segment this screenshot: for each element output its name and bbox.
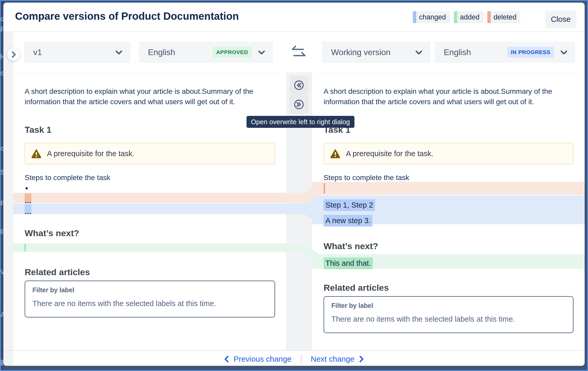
chevron-down-icon [257, 49, 266, 56]
warning-icon [31, 149, 41, 158]
changed-text-2: A new step 3. [324, 215, 372, 227]
added-text: This and that. [324, 257, 373, 269]
description-right: A short description to explain what your… [324, 86, 579, 107]
related-heading-right: Related articles [324, 283, 389, 293]
chevron-left-icon [224, 355, 229, 363]
legend-label: added [460, 13, 480, 21]
right-version-value: Working version [331, 48, 415, 57]
chevron-down-icon [115, 49, 123, 56]
left-language-select[interactable]: English APPROVED [139, 42, 273, 63]
legend-chip-added: added [454, 11, 483, 23]
steps-label-left: Steps to complete the task [25, 173, 110, 183]
sidebar-text-fragment: Pr [0, 228, 3, 236]
related-heading-left: Related articles [25, 267, 90, 277]
legend-color-swatch [413, 11, 416, 23]
selector-row-divider [13, 72, 585, 72]
sidebar-text-fragment: o [0, 15, 3, 23]
diff-legend: changedaddeddeleted [413, 11, 520, 23]
whats-next-heading-right: What’s next? [324, 241, 378, 251]
changed-highlight: A new step 3. [324, 215, 372, 227]
sidebar-text-fragment: Ve [0, 268, 3, 276]
sidebar-text-fragment: P [0, 200, 3, 208]
warning-icon [330, 149, 340, 158]
ellipsis-text: ... [25, 210, 31, 214]
whats-next-heading-left: What’s next? [25, 228, 79, 238]
tooltip: Open overwrite left to right dialog [247, 116, 354, 128]
warning-panel-left: A prerequisite for the task. [25, 143, 275, 164]
sidebar-text-fragment: PP [0, 25, 3, 34]
nav-divider [301, 354, 302, 364]
right-language-select[interactable]: English IN PROGRESS [435, 42, 575, 63]
no-items-text-right: There are no items with the selected lab… [331, 315, 515, 323]
changed-highlight: Step 1, Step 2 [324, 199, 375, 211]
double-chevron-right-circle-icon [293, 98, 305, 110]
swap-sides-icon [289, 44, 309, 62]
next-change-button[interactable]: Next change [309, 354, 366, 364]
description-left: A short description to explain what your… [25, 86, 280, 107]
next-change-label: Next change [311, 355, 354, 363]
related-articles-box-right: Filter by label There are no items with … [324, 296, 573, 333]
related-articles-box-left: Filter by label There are no items with … [25, 281, 275, 317]
legend-label: changed [419, 13, 446, 21]
chevron-down-icon [415, 49, 423, 56]
double-chevron-left-circle-icon [293, 79, 305, 91]
background-sidebar: oPPHocSePPrVeAP▤ [0, 0, 3, 371]
steps-label-right: Steps to complete the task [324, 173, 409, 183]
warning-panel-right: A prerequisite for the task. [324, 143, 573, 164]
change-navigation: Previous change Next change [3, 352, 585, 366]
deleted-band-left [13, 193, 286, 203]
ellipsis-text: ... [25, 199, 31, 203]
deleted-caret-right [324, 183, 325, 194]
sidebar-text-fragment: ▤ [0, 358, 3, 366]
filter-label-left: Filter by label [32, 286, 74, 294]
screenshot-root: oPPHocSePPrVeAP▤ Compare versions of Pro… [0, 0, 588, 371]
left-version-select[interactable]: v1 [24, 42, 130, 63]
right-version-select[interactable]: Working version [322, 42, 430, 63]
task-heading-left: Task 1 [25, 125, 51, 135]
no-items-text-left: There are no items with the selected lab… [32, 299, 216, 308]
overwrite-right-to-left-button[interactable] [289, 76, 309, 95]
added-highlight: This and that. [324, 257, 373, 269]
filter-label-right: Filter by label [331, 302, 373, 309]
chevron-down-icon [560, 49, 568, 56]
left-language-value: English [148, 48, 213, 57]
warning-text-left: A prerequisite for the task. [47, 149, 134, 158]
changed-band-left [13, 204, 286, 214]
legend-color-swatch [487, 11, 491, 23]
added-band-left [13, 243, 286, 252]
compare-versions-dialog: Compare versions of Product Documentatio… [3, 3, 585, 366]
legend-chip-changed: changed [413, 11, 450, 23]
legend-color-swatch [454, 11, 457, 23]
left-status-badge: APPROVED [213, 47, 252, 58]
legend-label: deleted [494, 13, 517, 21]
left-version-value: v1 [33, 48, 115, 57]
sidebar-text-fragment: c [0, 144, 3, 153]
bullet-point: • [25, 183, 28, 193]
collapsed-version-panel [3, 32, 14, 366]
changed-text-1: Step 1, Step 2 [324, 199, 375, 211]
close-button[interactable]: Close [545, 10, 576, 28]
expand-panel-button[interactable] [7, 48, 20, 61]
sidebar-text-fragment: o [0, 69, 3, 77]
previous-change-label: Previous change [234, 355, 291, 363]
footer-divider [3, 350, 585, 351]
sidebar-text-fragment: AP [0, 311, 3, 319]
deleted-ellipsis-marker: ... [25, 193, 31, 203]
warning-text-right: A prerequisite for the task. [346, 149, 433, 158]
overwrite-left-to-right-button[interactable] [289, 95, 309, 114]
deleted-band-right [312, 182, 585, 195]
chevron-right-icon [7, 48, 20, 61]
right-status-badge: IN PROGRESS [507, 47, 554, 58]
previous-change-button[interactable]: Previous change [222, 354, 293, 364]
chevron-right-icon [359, 355, 364, 363]
header-divider [3, 31, 585, 32]
sidebar-text-fragment: H [0, 53, 3, 61]
page-title: Compare versions of Product Documentatio… [15, 10, 239, 22]
changed-ellipsis-marker: ... [25, 204, 31, 214]
sidebar-text-fragment: Se [0, 168, 3, 176]
added-caret-left [25, 244, 26, 251]
legend-chip-deleted: deleted [487, 11, 521, 23]
right-language-value: English [444, 48, 507, 57]
diff-connectors [275, 177, 327, 275]
